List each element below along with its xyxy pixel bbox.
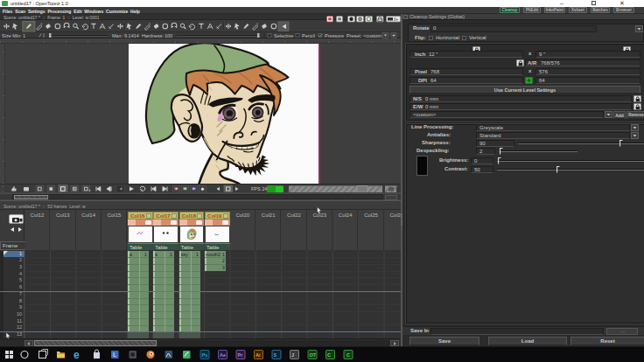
svg-text:OT: OT (310, 352, 317, 358)
svg-text:Pencil: Pencil (302, 33, 315, 38)
svg-text:Pressure: Pressure (325, 33, 344, 38)
svg-text:J: J (291, 352, 294, 358)
svg-text:C: C (346, 352, 350, 358)
svg-text:1: 1 (23, 33, 25, 38)
svg-text:e: e (74, 349, 80, 361)
svg-text:9.1414: 9.1414 (124, 33, 139, 38)
svg-text:Pr: Pr (238, 352, 244, 358)
svg-text:Max:: Max: (112, 33, 122, 38)
svg-text:L: L (113, 352, 116, 358)
svg-text:Hardness:: Hardness: (142, 33, 164, 38)
svg-text:Preset:: Preset: (346, 33, 362, 38)
svg-text:<custom>: <custom> (363, 33, 384, 38)
svg-text:FPS 24: FPS 24 (251, 186, 267, 191)
svg-text:100: 100 (164, 33, 172, 38)
svg-text:Ps: Ps (202, 352, 208, 358)
svg-text:C: C (327, 352, 331, 358)
svg-text:0+: 0+ (394, 17, 399, 22)
svg-text:Ai: Ai (256, 352, 261, 358)
svg-text:Ae: Ae (220, 352, 226, 358)
svg-text:Selective: Selective (274, 33, 293, 38)
svg-text:S: S (274, 352, 277, 358)
svg-text:Size Min:: Size Min: (2, 33, 22, 38)
